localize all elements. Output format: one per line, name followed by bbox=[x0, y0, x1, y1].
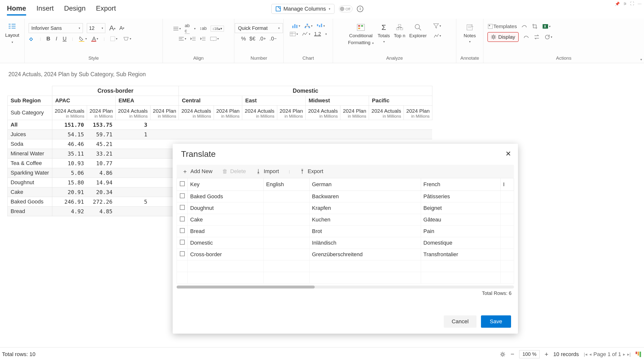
filter-funnel-icon[interactable]: ▾ bbox=[433, 23, 441, 28]
topn-button[interactable]: Top n bbox=[394, 23, 405, 38]
cell[interactable]: 45.21 bbox=[87, 139, 116, 149]
import-button[interactable]: ⭳Import bbox=[256, 168, 279, 174]
excel-export-icon[interactable]: X▾ bbox=[542, 23, 550, 30]
save-button[interactable]: Save bbox=[481, 316, 511, 328]
cell[interactable]: 10.77 bbox=[87, 158, 116, 168]
table-chart-icon[interactable]: ▾ bbox=[290, 32, 298, 36]
cell[interactable]: 4.85 bbox=[87, 207, 116, 216]
sparkline-icon[interactable]: ▾ bbox=[302, 32, 310, 36]
close-icon[interactable]: ✕ bbox=[506, 150, 511, 158]
font-color-icon[interactable]: A▾ bbox=[92, 36, 98, 42]
next-page-icon[interactable]: ▸ bbox=[623, 352, 625, 357]
translation-row[interactable]: DomesticInländischDomestique bbox=[177, 237, 514, 249]
waterfall-icon[interactable]: ▾ bbox=[316, 23, 325, 28]
decrease-decimal-icon[interactable]: .0− bbox=[270, 36, 277, 42]
cell[interactable] bbox=[116, 139, 150, 149]
trans-cell[interactable]: Pâtisseries bbox=[421, 191, 500, 202]
underline-icon[interactable]: U bbox=[63, 36, 66, 42]
trans-cell[interactable] bbox=[500, 226, 514, 237]
cell[interactable] bbox=[277, 120, 306, 130]
cell[interactable]: 54.15 bbox=[52, 130, 87, 139]
trans-cell[interactable] bbox=[500, 214, 514, 226]
number-format-icon[interactable]: 1.2 bbox=[314, 31, 321, 37]
cell[interactable] bbox=[116, 149, 150, 158]
cell[interactable]: 3 bbox=[116, 120, 150, 130]
cell[interactable]: 4.92 bbox=[52, 207, 87, 216]
export-button[interactable]: ⭱Export bbox=[300, 168, 323, 174]
trans-cell[interactable]: Doughnut bbox=[188, 202, 264, 214]
translation-row[interactable]: Cross-borderGrenzüberschreitendTransfron… bbox=[177, 249, 514, 260]
tab-home[interactable]: Home bbox=[7, 4, 26, 16]
cell[interactable]: 153.75 bbox=[87, 120, 116, 130]
trans-cell[interactable]: Kuchen bbox=[309, 214, 421, 226]
bar-chart-icon[interactable]: ▾ bbox=[292, 23, 300, 28]
add-new-button[interactable]: ＋Add New bbox=[182, 168, 212, 175]
filter-icon[interactable]: ⚞ bbox=[623, 2, 627, 6]
tree-chart-icon[interactable]: ▾ bbox=[304, 23, 312, 28]
trans-cell[interactable]: Cake bbox=[188, 214, 264, 226]
cell[interactable] bbox=[116, 188, 150, 197]
trans-cell[interactable]: Transfrontalier bbox=[421, 249, 500, 260]
row-checkbox[interactable] bbox=[180, 193, 185, 198]
trans-cell[interactable] bbox=[264, 237, 309, 249]
cell[interactable] bbox=[277, 130, 306, 139]
translation-row[interactable]: Baked GoodsBackwarenPâtisseries bbox=[177, 191, 514, 202]
trans-cell[interactable]: Brot bbox=[309, 226, 421, 237]
notes-button[interactable]: Notes ▾ bbox=[464, 23, 476, 44]
pin-icon[interactable]: 📌 bbox=[615, 2, 620, 6]
cell[interactable] bbox=[179, 130, 214, 139]
trans-cell[interactable]: Domestic bbox=[188, 237, 264, 249]
trans-cell[interactable]: Gâteau bbox=[421, 214, 500, 226]
redo-icon[interactable] bbox=[523, 34, 529, 40]
row-checkbox[interactable] bbox=[180, 216, 185, 222]
row-checkbox[interactable] bbox=[180, 251, 185, 256]
cell[interactable] bbox=[369, 120, 404, 130]
fit-icon[interactable]: ▾ bbox=[210, 36, 219, 41]
tab-insert[interactable]: Insert bbox=[36, 4, 54, 16]
zoom-out-button[interactable]: − bbox=[510, 350, 514, 358]
cell[interactable] bbox=[214, 130, 242, 139]
ribbon-collapse-icon[interactable]: ▾ bbox=[640, 58, 642, 62]
trans-cell[interactable]: Cross-border bbox=[188, 249, 264, 260]
table-row[interactable]: All151.70153.753 bbox=[8, 120, 432, 130]
trans-cell[interactable]: Krapfen bbox=[309, 202, 421, 214]
row-checkbox[interactable] bbox=[180, 228, 185, 233]
info-icon[interactable]: i bbox=[357, 6, 363, 12]
cell[interactable] bbox=[242, 130, 277, 139]
cell[interactable]: 1 bbox=[116, 130, 150, 139]
cell[interactable]: 20.91 bbox=[52, 188, 87, 197]
cell[interactable] bbox=[116, 168, 150, 178]
trans-cell[interactable] bbox=[264, 202, 309, 214]
cell[interactable]: 272.26 bbox=[87, 197, 116, 207]
orientation-icon[interactable]: ↕ab bbox=[200, 26, 207, 31]
bold-icon[interactable]: B bbox=[46, 36, 50, 42]
cell[interactable] bbox=[404, 120, 432, 130]
zoom-level[interactable]: 100 % bbox=[519, 350, 540, 358]
cell[interactable] bbox=[179, 120, 214, 130]
increase-decimal-icon[interactable]: .0+ bbox=[259, 36, 266, 42]
horizontal-scrollbar[interactable] bbox=[176, 286, 514, 288]
cell[interactable] bbox=[340, 120, 369, 130]
cell[interactable] bbox=[306, 120, 340, 130]
first-page-icon[interactable]: |◂ bbox=[584, 352, 587, 357]
cell[interactable] bbox=[306, 130, 340, 139]
conditional-formatting-button[interactable]: Conditional Formatting ▾ bbox=[348, 23, 374, 45]
outdent-icon[interactable] bbox=[190, 36, 196, 41]
lineheight-icon[interactable]: ↕ 18 ▴▾ bbox=[211, 26, 224, 32]
cell[interactable]: 46.46 bbox=[52, 139, 87, 149]
cell[interactable]: 151.70 bbox=[52, 120, 87, 130]
settings-gear-icon[interactable] bbox=[500, 352, 506, 357]
cell[interactable]: 59.71 bbox=[87, 130, 116, 139]
valign-icon[interactable]: ▾ bbox=[173, 26, 181, 31]
more-icon[interactable]: ⋯ bbox=[638, 2, 642, 6]
trans-cell[interactable]: Domestique bbox=[421, 237, 500, 249]
last-page-icon[interactable]: ▸| bbox=[627, 352, 631, 357]
italic-icon[interactable]: I bbox=[56, 36, 57, 42]
row-checkbox[interactable] bbox=[180, 205, 185, 210]
cell[interactable]: 14.94 bbox=[87, 178, 116, 188]
trans-cell[interactable]: Backwaren bbox=[309, 191, 421, 202]
cell[interactable] bbox=[242, 120, 277, 130]
trans-cell[interactable]: Grenzüberschreitend bbox=[309, 249, 421, 260]
increase-font-icon[interactable]: A▴ bbox=[109, 24, 116, 32]
delete-button[interactable]: 🗑Delete bbox=[222, 168, 246, 174]
